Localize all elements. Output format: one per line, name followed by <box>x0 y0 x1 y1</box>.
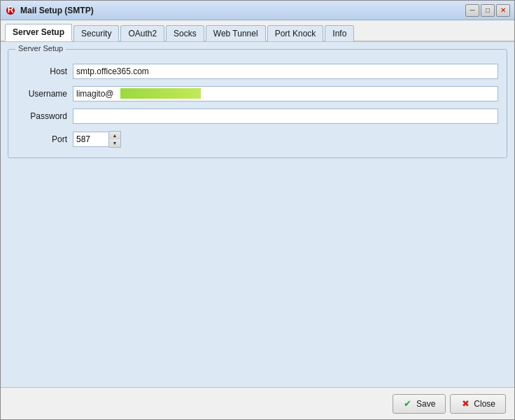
window-title: Mail Setup (SMTP) <box>20 6 465 15</box>
close-label: Close <box>474 399 495 409</box>
svg-text:R: R <box>8 6 14 15</box>
tab-web-tunnel[interactable]: Web Tunnel <box>206 25 266 41</box>
title-bar-controls: ─ □ ✕ <box>465 4 510 17</box>
tabs-bar: Server Setup Security OAuth2 Socks Web T… <box>1 20 514 42</box>
tab-oauth2[interactable]: OAuth2 <box>120 25 164 41</box>
save-button[interactable]: ✔ Save <box>393 394 446 414</box>
mail-setup-window: R Mail Setup (SMTP) ─ □ ✕ Server Setup S… <box>0 0 515 420</box>
host-input[interactable] <box>73 64 498 79</box>
port-increment-button[interactable]: ▲ <box>109 132 120 139</box>
content-area: Server Setup Host Username Password <box>1 42 514 387</box>
tab-port-knock[interactable]: Port Knock <box>267 25 324 41</box>
footer: ✔ Save ✖ Close <box>1 387 514 419</box>
port-decrement-button[interactable]: ▼ <box>109 139 120 147</box>
port-input[interactable] <box>73 132 109 147</box>
minimize-button[interactable]: ─ <box>465 4 479 17</box>
tab-info[interactable]: Info <box>325 25 354 41</box>
close-x-icon: ✖ <box>460 399 470 409</box>
tab-security[interactable]: Security <box>73 25 119 41</box>
content-spacer <box>8 158 507 380</box>
window-close-button[interactable]: ✕ <box>496 4 510 17</box>
port-spinner-buttons: ▲ ▼ <box>109 131 121 148</box>
tab-socks[interactable]: Socks <box>166 25 204 41</box>
close-button[interactable]: ✖ Close <box>450 394 506 414</box>
restore-button[interactable]: □ <box>481 4 495 17</box>
username-row: Username <box>17 86 498 102</box>
password-label: Password <box>17 111 67 121</box>
tab-server-setup[interactable]: Server Setup <box>5 24 72 41</box>
username-input[interactable] <box>73 86 498 102</box>
host-row: Host <box>17 64 498 79</box>
port-spinner: ▲ ▼ <box>73 131 121 148</box>
host-label: Host <box>17 66 67 76</box>
title-bar: R Mail Setup (SMTP) ─ □ ✕ <box>1 1 514 20</box>
username-label: Username <box>17 89 67 99</box>
port-label: Port <box>17 134 67 144</box>
save-label: Save <box>416 399 435 409</box>
password-row: Password <box>17 108 498 124</box>
save-check-icon: ✔ <box>403 399 413 409</box>
port-row: Port ▲ ▼ <box>17 131 498 148</box>
server-setup-group: Server Setup Host Username Password <box>8 49 507 158</box>
group-title: Server Setup <box>15 44 66 52</box>
password-input[interactable] <box>73 108 498 124</box>
app-icon: R <box>5 5 16 16</box>
